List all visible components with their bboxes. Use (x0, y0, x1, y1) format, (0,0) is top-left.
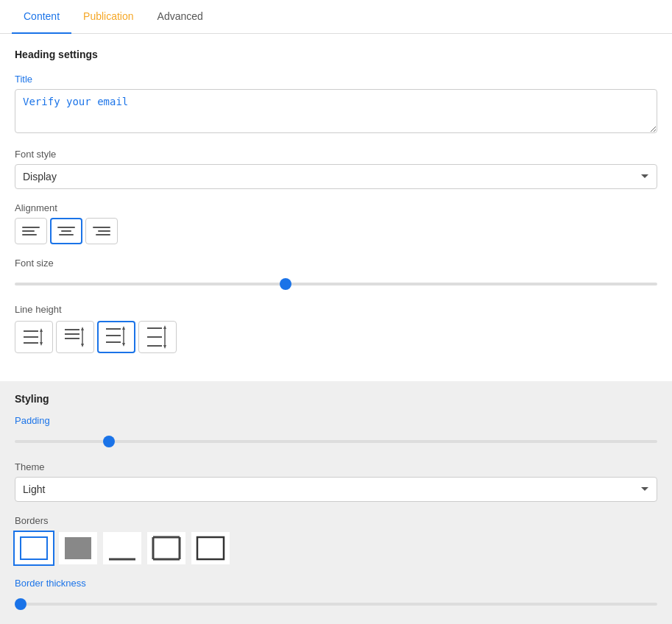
border-all-button[interactable] (15, 532, 53, 564)
heading-settings-section: Heading settings Title Verify your email… (0, 34, 672, 381)
align-left-button[interactable] (15, 218, 47, 244)
borders-group: Borders (15, 515, 657, 564)
font-size-group: Font size (15, 258, 657, 291)
line-height-icon-4 (144, 325, 171, 349)
border-partial1-icon (106, 534, 138, 562)
svg-marker-22 (163, 325, 166, 329)
border-thickness-group: Border thickness (15, 578, 657, 611)
border-outline-icon (194, 534, 227, 562)
theme-group: Theme Light Dark Custom (15, 461, 657, 502)
svg-rect-25 (65, 537, 91, 559)
title-label: Title (15, 74, 657, 85)
border-partial2-icon (150, 534, 183, 562)
svg-marker-11 (81, 344, 84, 347)
styling-title: Styling (15, 393, 657, 405)
border-buttons (15, 532, 657, 564)
heading-settings-title: Heading settings (15, 49, 657, 60)
tabs-bar: Content Publication Advanced (0, 0, 672, 34)
svg-rect-28 (153, 537, 180, 559)
border-outline-button[interactable] (191, 532, 230, 564)
tab-content[interactable]: Content (12, 0, 71, 34)
align-center-line-2 (61, 230, 71, 232)
svg-marker-23 (163, 345, 166, 349)
padding-label: Padding (15, 415, 657, 426)
tab-advanced[interactable]: Advanced (146, 0, 215, 34)
svg-marker-5 (40, 342, 43, 346)
line-height-icon-1 (21, 325, 47, 349)
border-partial1-button[interactable] (103, 532, 141, 564)
align-line-1 (22, 227, 40, 228)
line-height-icon-2 (62, 325, 88, 349)
line-height-buttons (15, 321, 657, 353)
align-right-button[interactable] (85, 218, 118, 244)
line-height-btn-3[interactable] (97, 321, 135, 353)
border-thickness-slider[interactable] (15, 603, 657, 606)
border-all-icon (18, 534, 50, 562)
align-line-3 (22, 234, 37, 235)
line-height-label: Line height (15, 304, 657, 315)
svg-rect-26 (109, 537, 135, 559)
align-right-line-3 (96, 234, 110, 235)
svg-marker-4 (40, 328, 43, 332)
svg-rect-33 (197, 537, 224, 559)
svg-marker-16 (122, 326, 125, 330)
styling-section: Styling Padding Theme Light Dark Custom … (0, 381, 672, 624)
title-field-group: Title Verify your email (15, 74, 657, 135)
line-height-btn-2[interactable] (56, 321, 94, 353)
border-none-icon (62, 534, 94, 562)
padding-group: Padding (15, 415, 657, 448)
font-size-label: Font size (15, 258, 657, 269)
align-right-line-2 (98, 230, 110, 232)
borders-label: Borders (15, 515, 657, 526)
font-style-select[interactable]: Display Heading 1 Heading 2 Heading 3 Bo… (15, 164, 657, 189)
theme-label: Theme (15, 461, 657, 472)
alignment-group-section: Alignment (15, 202, 657, 244)
svg-rect-24 (21, 537, 47, 559)
content-panel: Heading settings Title Verify your email… (0, 34, 672, 624)
alignment-label: Alignment (15, 202, 657, 213)
line-height-btn-4[interactable] (138, 321, 177, 353)
alignment-buttons (15, 218, 657, 244)
font-size-slider[interactable] (15, 283, 657, 286)
padding-slider-container (15, 430, 657, 448)
border-thickness-slider-container (15, 593, 657, 611)
theme-select[interactable]: Light Dark Custom (15, 477, 657, 502)
line-height-group: Line height (15, 304, 657, 353)
font-size-slider-container (15, 273, 657, 291)
align-right-line-1 (93, 227, 110, 228)
svg-marker-10 (81, 327, 84, 330)
align-line-2 (22, 230, 35, 232)
padding-slider[interactable] (15, 440, 657, 443)
svg-marker-17 (122, 343, 125, 347)
title-input[interactable]: Verify your email (15, 89, 657, 133)
border-thickness-label: Border thickness (15, 578, 657, 589)
line-height-btn-1[interactable] (15, 321, 53, 353)
align-center-line-3 (59, 234, 73, 235)
align-center-line-1 (57, 227, 75, 228)
align-center-button[interactable] (50, 218, 82, 244)
line-height-icon-3 (103, 325, 130, 349)
font-style-label: Font style (15, 149, 657, 160)
border-none-button[interactable] (59, 532, 97, 564)
font-style-group: Font style Display Heading 1 Heading 2 H… (15, 149, 657, 189)
border-partial2-button[interactable] (147, 532, 185, 564)
tab-publication[interactable]: Publication (71, 0, 146, 34)
